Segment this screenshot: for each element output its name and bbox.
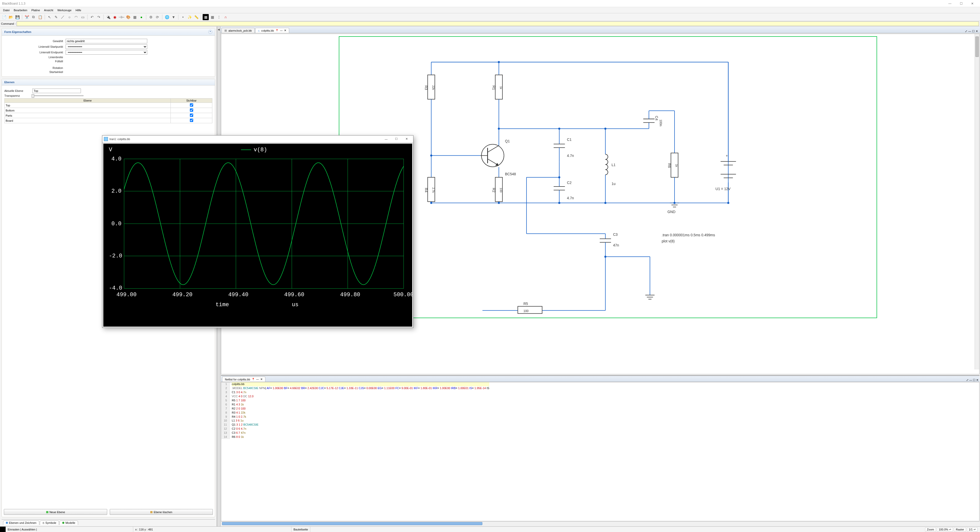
tab-colpitts[interactable]: ⎌ colpitts.bb 📍 — ✕ (255, 28, 290, 33)
maximize-all-icon[interactable]: ☐ (972, 30, 975, 33)
tab-ebenen-zeichnen[interactable]: Ebenen und Zeichnen (3, 521, 39, 525)
magnet-icon[interactable]: ∩ (223, 14, 229, 20)
aktuelle-ebene-field[interactable] (32, 89, 81, 93)
tab-modelle[interactable]: Modelle (59, 521, 78, 525)
linienstil-start-label: Linienstil Startpunkt (4, 45, 65, 48)
measure-icon[interactable]: 📏 (193, 14, 199, 20)
layer-visible-checkbox[interactable] (190, 119, 193, 122)
ebene-loeschen-button[interactable]: ▦Ebene löschen (110, 509, 213, 515)
minimize-all-icon[interactable]: — (968, 30, 971, 33)
svg-text:499.80: 499.80 (340, 292, 360, 298)
menu-bearbeiten[interactable]: Bearbeiten (12, 7, 29, 13)
layer-row[interactable]: Top (5, 103, 212, 108)
circle-icon[interactable]: ○ (66, 14, 73, 20)
close-all-icon[interactable]: ✕ (976, 378, 978, 381)
maximize-all-icon[interactable]: ☐ (973, 378, 975, 381)
gear-icon[interactable]: ⚙ (148, 14, 154, 20)
grid1-icon[interactable]: ▦ (203, 14, 209, 20)
up-down-icon[interactable]: ▴▾ (974, 528, 976, 530)
fuellstil-label: Füllstil (4, 60, 65, 63)
tab-alarmclock[interactable]: ▦ alarmclock_pcb.bb (221, 28, 255, 33)
linienstil-end-select[interactable]: ━━━━━━━━ (65, 50, 147, 55)
plot-minimize-button[interactable]: — (381, 138, 391, 141)
transparenz-slider[interactable] (32, 95, 83, 96)
collapse-icon[interactable]: ⌃ (208, 30, 212, 34)
component-icon[interactable]: 🔌 (105, 14, 111, 20)
wand-icon[interactable]: ✨ (186, 14, 192, 20)
palette-icon[interactable]: 🎨 (125, 14, 131, 20)
minimize-all-icon[interactable]: — (969, 378, 972, 381)
layer-visible-checkbox[interactable] (190, 114, 193, 117)
cut-icon[interactable]: ✂️ (24, 14, 30, 20)
svg-text:us: us (292, 302, 298, 308)
rotation-label: Rotation (4, 66, 65, 70)
close-tab-icon[interactable]: ✕ (260, 378, 262, 381)
raster-value-box[interactable]: 1/1▴▾ (967, 527, 977, 532)
undo-icon[interactable]: ↶ (89, 14, 95, 20)
window-minimize-button[interactable]: — (944, 2, 956, 5)
point-icon[interactable]: • (180, 14, 186, 20)
new-icon[interactable]: 📄 (1, 14, 7, 20)
close-all-icon[interactable]: ✕ (976, 30, 978, 33)
layer-visible-checkbox[interactable] (190, 103, 193, 106)
save-icon[interactable]: 💾 (14, 14, 21, 20)
menu-hilfe[interactable]: Hilfe (73, 7, 83, 13)
cap-icon[interactable]: ⊣⊢ (118, 14, 124, 20)
svg-point-111 (727, 202, 729, 204)
arc-icon[interactable]: ◠ (73, 14, 79, 20)
chip-icon[interactable]: ▦ (132, 14, 138, 20)
down-icon[interactable]: ▼ (170, 14, 177, 20)
netlist-editor[interactable]: 1234567891011121314 colpitts.bb.MODEL BC… (221, 382, 980, 521)
canvas-scrollbar-v[interactable] (975, 34, 979, 370)
menu-datei[interactable]: Datei (1, 7, 12, 13)
plot-close-button[interactable]: ✕ (401, 137, 412, 141)
plot-maximize-button[interactable]: ☐ (391, 137, 401, 141)
plot-window[interactable]: tran1: colpitts.bb — ☐ ✕ V v(8) 4.0 2.0 … (102, 135, 414, 328)
svg-text:499.60: 499.60 (284, 292, 304, 298)
pencil-icon[interactable]: ✎ (53, 14, 59, 20)
minimize-tab-icon[interactable]: — (256, 378, 259, 381)
zoom-value-box[interactable]: 100.0%▴▾ (937, 527, 953, 532)
svg-text:R4: R4 (424, 188, 428, 192)
globe-icon[interactable]: 🌐 (164, 14, 170, 20)
restore-icon[interactable]: ⤢ (965, 30, 967, 33)
layer-row[interactable]: Bottom (5, 108, 212, 113)
menu-werkzeuge[interactable]: Werkzeuge (56, 7, 73, 13)
menu-ansicht[interactable]: Ansicht (42, 7, 56, 13)
open-icon[interactable]: 📂 (8, 14, 14, 20)
up-down-icon[interactable]: ▴▾ (949, 528, 951, 530)
copy-icon[interactable]: ⧉ (30, 14, 37, 20)
minimize-tab-icon[interactable]: — (280, 29, 283, 32)
run-icon[interactable]: ● (138, 14, 145, 20)
refresh-icon[interactable]: ⟳ (154, 14, 161, 20)
close-tab-icon[interactable]: ✕ (284, 29, 286, 32)
pin-icon[interactable]: 📍 (275, 29, 278, 32)
col-sichtbar[interactable]: Sichtbar (171, 98, 212, 103)
tab-symbole[interactable]: ⎋Symbole (40, 521, 59, 525)
pin-icon[interactable]: 📍 (251, 378, 255, 381)
paste-icon[interactable]: 📋 (37, 14, 43, 20)
neue-ebene-button[interactable]: ▦Neue Ebene (4, 509, 107, 515)
tab-netlist[interactable]: Netlist for colpitts.bb 📍 — ✕ (222, 376, 266, 382)
pointer-icon[interactable]: ↖ (46, 14, 52, 20)
redo-icon[interactable]: ↷ (96, 14, 102, 20)
col-ebene[interactable]: Ebene (5, 98, 171, 103)
gewaehlt-field[interactable] (65, 39, 147, 43)
restore-icon[interactable]: ⤢ (966, 378, 969, 381)
symbol-icon: ⎋ (43, 521, 45, 524)
grid2-icon[interactable]: ▦ (209, 14, 215, 20)
gridstep-icon[interactable]: ⋮ (216, 14, 222, 20)
layer-row[interactable]: Parts (5, 113, 212, 118)
line-icon[interactable]: ／ (60, 14, 66, 20)
plot-titlebar[interactable]: tran1: colpitts.bb — ☐ ✕ (102, 135, 413, 143)
layer-visible-checkbox[interactable] (190, 108, 193, 112)
netlist-scrollbar-h[interactable] (221, 521, 980, 526)
menu-platine[interactable]: Platine (29, 7, 42, 13)
linienstil-start-select[interactable]: ━━━━━━━━ (65, 44, 147, 49)
window-maximize-button[interactable]: ☐ (956, 2, 967, 5)
rect-icon[interactable]: ▭ (80, 14, 86, 20)
led-icon[interactable]: ◉ (112, 14, 118, 20)
command-input[interactable] (17, 21, 979, 26)
layer-row[interactable]: Board (5, 118, 212, 123)
window-close-button[interactable]: ✕ (967, 2, 978, 5)
